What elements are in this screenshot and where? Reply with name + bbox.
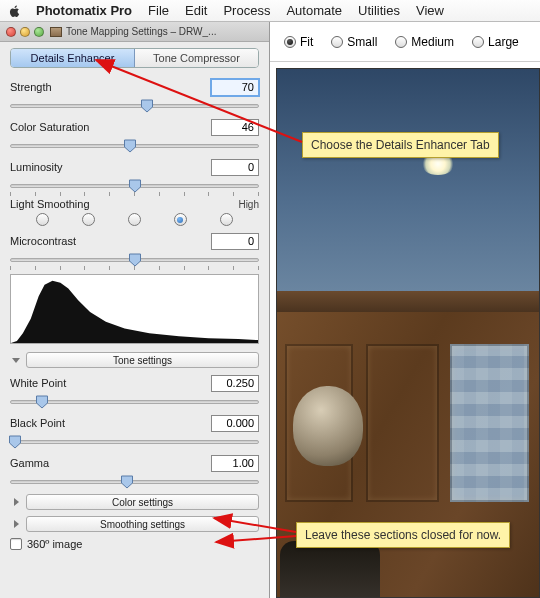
light-smoothing-row: Light Smoothing High bbox=[10, 198, 259, 226]
smoothing-settings-button[interactable]: Smoothing settings bbox=[26, 516, 259, 532]
apple-menu-icon[interactable] bbox=[8, 4, 22, 18]
workspace: Tone Mapping Settings – DRW_... Details … bbox=[0, 22, 540, 598]
blackpoint-row: Black Point bbox=[10, 414, 259, 450]
histogram bbox=[10, 274, 259, 344]
app-name[interactable]: Photomatix Pro bbox=[36, 3, 132, 18]
menu-process[interactable]: Process bbox=[223, 3, 270, 18]
document-icon bbox=[50, 27, 62, 37]
tab-tone-compressor[interactable]: Tone Compressor bbox=[135, 49, 258, 67]
strength-slider[interactable] bbox=[10, 98, 259, 114]
panel-title: Tone Mapping Settings – DRW_... bbox=[66, 26, 216, 37]
strength-row: Strength bbox=[10, 78, 259, 114]
smoothing-settings-section[interactable]: Smoothing settings bbox=[10, 516, 259, 532]
whitepoint-label: White Point bbox=[10, 377, 66, 389]
luminosity-value[interactable] bbox=[211, 159, 259, 176]
checkbox-icon bbox=[10, 538, 22, 550]
blackpoint-slider[interactable] bbox=[10, 434, 259, 450]
light-smoothing-high: High bbox=[238, 199, 259, 210]
saturation-slider[interactable] bbox=[10, 138, 259, 154]
size-medium[interactable]: Medium bbox=[395, 35, 454, 49]
menubar: Photomatix Pro File Edit Process Automat… bbox=[0, 0, 540, 22]
disclosure-right-icon bbox=[10, 518, 22, 530]
luminosity-row: Luminosity bbox=[10, 158, 259, 194]
microcontrast-slider[interactable] bbox=[10, 252, 259, 268]
method-tabs: Details Enhancer Tone Compressor bbox=[10, 48, 259, 68]
menu-file[interactable]: File bbox=[148, 3, 169, 18]
preview-pane: Fit Small Medium Large bbox=[270, 22, 540, 598]
microcontrast-label: Microcontrast bbox=[10, 235, 76, 247]
menu-utilities[interactable]: Utilities bbox=[358, 3, 400, 18]
microcontrast-value[interactable] bbox=[211, 233, 259, 250]
color-settings-section[interactable]: Color settings bbox=[10, 494, 259, 510]
size-fit[interactable]: Fit bbox=[284, 35, 313, 49]
microcontrast-row: Microcontrast bbox=[10, 232, 259, 268]
disclosure-right-icon bbox=[10, 496, 22, 508]
color-settings-button[interactable]: Color settings bbox=[26, 494, 259, 510]
360-label: 360º image bbox=[27, 538, 82, 550]
gamma-row: Gamma bbox=[10, 454, 259, 490]
panel-titlebar[interactable]: Tone Mapping Settings – DRW_... bbox=[0, 22, 269, 42]
360-checkbox[interactable]: 360º image bbox=[10, 538, 259, 550]
light-smoothing-3[interactable] bbox=[174, 213, 187, 226]
disclosure-down-icon bbox=[10, 354, 22, 366]
whitepoint-row: White Point bbox=[10, 374, 259, 410]
gamma-slider[interactable] bbox=[10, 474, 259, 490]
whitepoint-value[interactable] bbox=[211, 375, 259, 392]
menu-automate[interactable]: Automate bbox=[286, 3, 342, 18]
tone-settings-button[interactable]: Tone settings bbox=[26, 352, 259, 368]
gamma-label: Gamma bbox=[10, 457, 49, 469]
light-smoothing-label: Light Smoothing bbox=[10, 198, 90, 210]
callout-closed-sections: Leave these sections closed for now. bbox=[296, 522, 510, 548]
tone-settings-section[interactable]: Tone settings bbox=[10, 352, 259, 368]
close-icon[interactable] bbox=[6, 27, 16, 37]
luminosity-slider[interactable] bbox=[10, 178, 259, 194]
callout-details-tab: Choose the Details Enhancer Tab bbox=[302, 132, 499, 158]
tab-details-enhancer[interactable]: Details Enhancer bbox=[11, 49, 135, 67]
size-small[interactable]: Small bbox=[331, 35, 377, 49]
whitepoint-slider[interactable] bbox=[10, 394, 259, 410]
minimize-icon[interactable] bbox=[20, 27, 30, 37]
menu-edit[interactable]: Edit bbox=[185, 3, 207, 18]
blackpoint-label: Black Point bbox=[10, 417, 65, 429]
blackpoint-value[interactable] bbox=[211, 415, 259, 432]
gamma-value[interactable] bbox=[211, 455, 259, 472]
light-smoothing-0[interactable] bbox=[36, 213, 49, 226]
light-smoothing-1[interactable] bbox=[82, 213, 95, 226]
tone-mapping-panel: Tone Mapping Settings – DRW_... Details … bbox=[0, 22, 270, 598]
saturation-row: Color Saturation bbox=[10, 118, 259, 154]
zoom-icon[interactable] bbox=[34, 27, 44, 37]
saturation-label: Color Saturation bbox=[10, 121, 90, 133]
size-large[interactable]: Large bbox=[472, 35, 519, 49]
strength-value[interactable] bbox=[211, 79, 259, 96]
preview-size-bar: Fit Small Medium Large bbox=[270, 22, 540, 62]
light-smoothing-4[interactable] bbox=[220, 213, 233, 226]
light-smoothing-2[interactable] bbox=[128, 213, 141, 226]
saturation-value[interactable] bbox=[211, 119, 259, 136]
luminosity-label: Luminosity bbox=[10, 161, 63, 173]
strength-label: Strength bbox=[10, 81, 52, 93]
menu-view[interactable]: View bbox=[416, 3, 444, 18]
